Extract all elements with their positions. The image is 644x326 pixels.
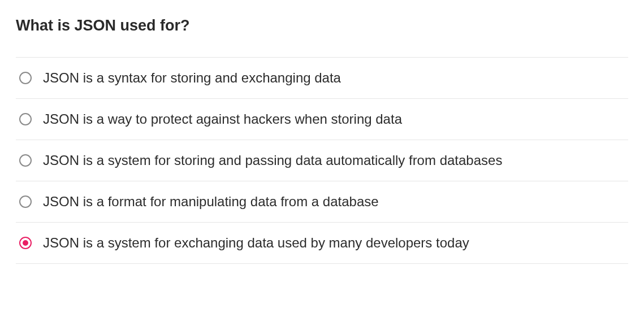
- option-label: JSON is a format for manipulating data f…: [43, 194, 379, 210]
- option-row[interactable]: JSON is a way to protect against hackers…: [16, 99, 628, 140]
- option-row[interactable]: JSON is a format for manipulating data f…: [16, 181, 628, 223]
- radio-icon: [19, 154, 32, 167]
- option-label: JSON is a system for exchanging data use…: [43, 235, 469, 251]
- question-title: What is JSON used for?: [16, 17, 628, 34]
- options-list: JSON is a syntax for storing and exchang…: [16, 57, 628, 264]
- option-row[interactable]: JSON is a syntax for storing and exchang…: [16, 58, 628, 99]
- option-label: JSON is a syntax for storing and exchang…: [43, 70, 341, 86]
- radio-icon: [19, 237, 32, 249]
- option-label: JSON is a system for storing and passing…: [43, 153, 502, 168]
- option-row[interactable]: JSON is a system for exchanging data use…: [16, 223, 628, 264]
- radio-icon: [19, 113, 32, 125]
- option-row[interactable]: JSON is a system for storing and passing…: [16, 140, 628, 181]
- option-label: JSON is a way to protect against hackers…: [43, 111, 402, 127]
- radio-icon: [19, 72, 32, 84]
- radio-icon: [19, 195, 32, 208]
